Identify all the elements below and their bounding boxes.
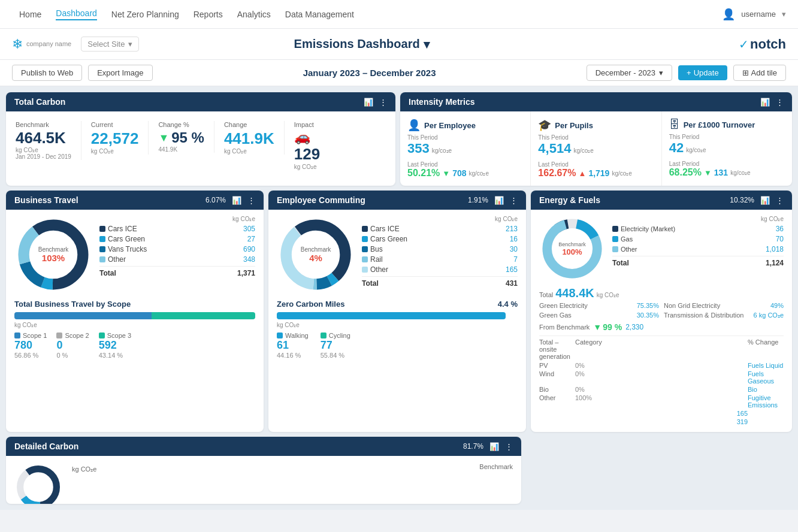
benchmark-date: Jan 2019 - Dec 2019 — [16, 153, 71, 160]
more-icon[interactable]: ⋮ — [379, 98, 387, 107]
legend-row: Cars Green 27 — [99, 235, 255, 243]
business-travel-card: Business Travel 6.07% 📊 ⋮ — [6, 191, 264, 432]
current-label: Current — [91, 121, 139, 128]
dashboard: Total Carbon 📊 ⋮ Benchmark 464.5K kg CO₂… — [0, 86, 798, 510]
ec-donut-label: Benchmark — [301, 246, 331, 253]
more-icon[interactable]: ⋮ — [247, 196, 255, 205]
energy-fuels-card: Energy & Fuels 10.32% 📊 ⋮ — [531, 191, 792, 432]
intensity-card: Intensity Metrics 📊 ⋮ 👤 Per Employee Thi… — [400, 92, 792, 186]
per-pupils-last-val: 162.67% — [538, 168, 576, 179]
business-travel-pct: 6.07% — [205, 196, 226, 204]
per-employee-block: 👤 Per Employee This Period 353 kg/co₂e L… — [400, 111, 531, 186]
scope-bar — [14, 312, 255, 319]
nav-net-zero[interactable]: Net Zero Planning — [111, 10, 179, 19]
per-turnover-period-label: This Period — [669, 134, 785, 140]
employee-commuting-card: Employee Commuting 1.91% 📊 ⋮ — [268, 191, 526, 432]
dc-donut-preview — [14, 463, 62, 504]
impact-icon-area: 🚗 — [294, 129, 320, 145]
update-button[interactable]: + Update — [678, 65, 727, 80]
current-block: Current 22,572 kg CO₂e — [81, 121, 149, 155]
more-icon[interactable]: ⋮ — [505, 442, 513, 451]
scope3-item: Scope 3 592 43.14 % — [99, 332, 131, 359]
per-turnover-last-kg: 131 — [714, 168, 728, 177]
dashboard-title-text: Emissions Dashboard — [294, 37, 420, 51]
ec-pct: 1.91% — [468, 196, 488, 204]
energy-fuels-body: Benchmark 100% kg CO₂e Electricity (Mark… — [531, 210, 792, 432]
dc-title: Detailed Carbon — [14, 442, 78, 451]
more-icon[interactable]: ⋮ — [776, 196, 784, 205]
intensity-header-actions: 📊 ⋮ — [760, 98, 784, 107]
intensity-header: Intensity Metrics 📊 ⋮ — [400, 92, 792, 111]
export-image-button[interactable]: Export Image — [88, 65, 152, 81]
plus-icon: + — [687, 68, 691, 77]
per-pupils-last-label: Last Period — [538, 161, 654, 168]
bt-total-val: 1,371 — [237, 269, 255, 277]
employee-commuting-header: Employee Commuting 1.91% 📊 ⋮ — [268, 191, 526, 210]
user-icon: 👤 — [722, 8, 735, 21]
current-unit: kg CO₂e — [91, 148, 139, 155]
benchmark-unit: kg CO₂e — [16, 147, 71, 153]
per-pupils-last-kg: 1,719 — [588, 168, 609, 178]
intensity-title: Intensity Metrics — [409, 97, 474, 107]
database-icon: 🗄 — [669, 119, 680, 131]
per-pupils-val: 4,514 — [538, 141, 571, 156]
per-turnover-block: 🗄 Per £1000 Turnover This Period 42 kg/c… — [662, 111, 792, 186]
ef-pct: 10.32% — [730, 196, 754, 204]
chart-icon[interactable]: 📊 — [494, 196, 504, 205]
per-employee-last-kg: 708 — [452, 168, 466, 178]
scope3-val: 592 — [99, 339, 131, 352]
row-1: Total Carbon 📊 ⋮ Benchmark 464.5K kg CO₂… — [6, 92, 792, 186]
per-employee-period-label: This Period — [407, 134, 523, 141]
nav-home[interactable]: Home — [19, 10, 41, 19]
top-nav: Home Dashboard Net Zero Planning Reports… — [0, 0, 798, 29]
chart-icon[interactable]: 📊 — [489, 442, 499, 451]
nav-dashboard[interactable]: Dashboard — [56, 8, 97, 20]
per-turnover-last-unit: kg/co₂e — [730, 170, 750, 176]
username[interactable]: username — [741, 10, 776, 19]
nav-right: 👤 username ▾ — [722, 8, 786, 21]
total-carbon-header-actions: 📊 ⋮ — [364, 98, 387, 107]
grid-icon: ⊞ — [742, 68, 749, 77]
ef-title: Energy & Fuels — [539, 195, 600, 205]
site-select[interactable]: Select Site ▾ — [81, 37, 139, 52]
per-employee-val: 353 — [407, 141, 430, 156]
benchmark-block: Benchmark 464.5K kg CO₂e Jan 2019 - Dec … — [16, 121, 81, 160]
per-employee-last-label: Last Period — [407, 161, 523, 168]
logo-text: company name — [26, 40, 71, 48]
publish-button[interactable]: Publish to Web — [12, 65, 82, 81]
employee-commuting-body: Benchmark 4% kg CO₂e Cars ICE 213 Cars G… — [268, 210, 526, 365]
bt-total-label: Total — [99, 269, 116, 277]
energy-fuels-header: Energy & Fuels 10.32% 📊 ⋮ — [531, 191, 792, 210]
benchmark-value: 464.5K — [16, 129, 71, 147]
per-turnover-title: Per £1000 Turnover — [684, 120, 755, 129]
nav-data-management[interactable]: Data Management — [285, 10, 354, 19]
date-select[interactable]: December - 2023 ▾ — [587, 65, 672, 81]
chart-icon[interactable]: 📊 — [760, 196, 770, 205]
legend-row: Vans Trucks 690 — [99, 245, 255, 253]
add-tile-button[interactable]: ⊞ Add tile — [733, 65, 786, 81]
add-tile-label: Add tile — [751, 68, 777, 77]
ef-donut-val: 100% — [558, 247, 586, 256]
nav-analytics[interactable]: Analytics — [237, 10, 271, 19]
per-pupils-last-unit: kg/co₂e — [612, 170, 631, 177]
ef-donut-label: Benchmark — [558, 241, 586, 247]
detailed-carbon-body: kg CO₂e Benchmark — [6, 456, 521, 504]
scope-title: Total Business Travel by Scope — [14, 300, 255, 309]
chart-icon[interactable]: 📊 — [232, 196, 241, 205]
dashboard-chevron-icon: ▾ — [424, 37, 430, 52]
chart-icon[interactable]: 📊 — [760, 98, 770, 107]
impact-unit: kg CO₂e — [294, 164, 320, 170]
date-range-label: January 2023 – December 2023 — [303, 68, 436, 78]
business-travel-donut: Benchmark 103% — [14, 216, 92, 294]
per-turnover-last-val: 68.25% — [669, 167, 702, 178]
per-turnover-val: 42 — [669, 140, 684, 156]
more-icon[interactable]: ⋮ — [776, 98, 784, 107]
change-unit: kg CO₂e — [224, 148, 274, 155]
zero-carbon-pct: 4.4 % — [498, 300, 518, 309]
chevron-down-icon: ▾ — [659, 68, 663, 77]
chevron-down-icon: ▾ — [782, 10, 786, 19]
chart-icon[interactable]: 📊 — [364, 98, 373, 107]
nav-reports[interactable]: Reports — [194, 10, 223, 19]
more-icon[interactable]: ⋮ — [510, 196, 518, 205]
per-pupils-block: 🎓 Per Pupils This Period 4,514 kg/co₂e L… — [531, 111, 661, 186]
